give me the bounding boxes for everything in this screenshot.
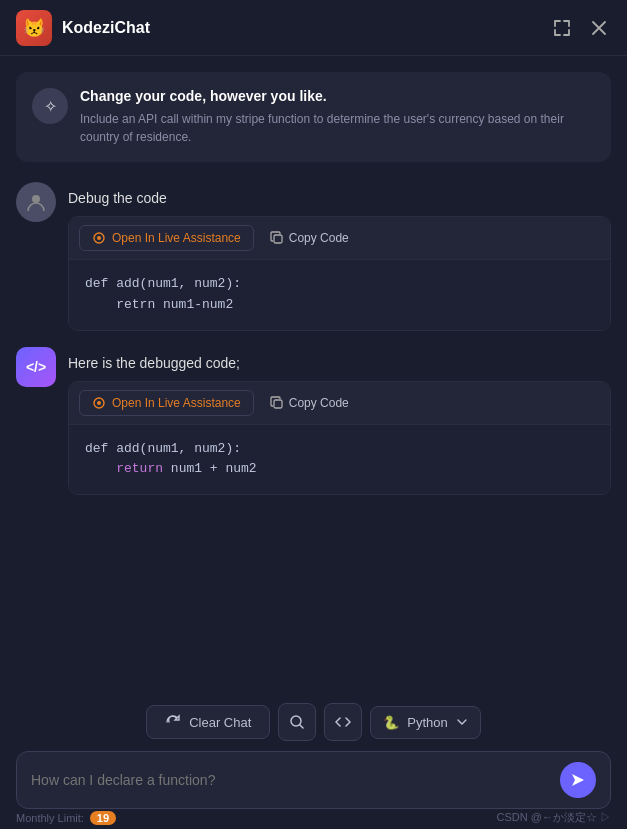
svg-point-2 xyxy=(97,236,101,240)
svg-rect-6 xyxy=(274,400,282,408)
assistant-code-block: def add(num1, num2): return num1 + num2 xyxy=(69,425,610,495)
user-code-toolbar: Open In Live Assistance Copy Code xyxy=(69,217,610,260)
code-editor-button[interactable] xyxy=(324,703,362,741)
user-message-text: Debug the code xyxy=(68,182,611,206)
header-left: 😾 KodeziChat xyxy=(16,10,150,46)
user-code-block: def add(num1, num2): retrn num1-num2 xyxy=(69,260,610,330)
assistant-code-line-1: def add(num1, num2): xyxy=(85,439,594,460)
close-button[interactable] xyxy=(587,16,611,40)
send-button[interactable] xyxy=(560,762,596,798)
send-icon xyxy=(570,772,586,788)
search-button[interactable] xyxy=(278,703,316,741)
app-title: KodeziChat xyxy=(62,19,150,37)
code-line-2: retrn num1-num2 xyxy=(85,295,594,316)
user-code-container: Open In Live Assistance Copy Code def ad… xyxy=(68,216,611,331)
user-message: Debug the code Open In Live Assistance xyxy=(16,182,611,331)
input-area xyxy=(16,751,611,809)
system-avatar: ✧ xyxy=(32,88,68,124)
user-open-live-button[interactable]: Open In Live Assistance xyxy=(79,225,254,251)
python-emoji: 🐍 xyxy=(383,715,399,730)
assistant-open-live-button[interactable]: Open In Live Assistance xyxy=(79,390,254,416)
assistant-avatar: </> xyxy=(16,347,56,387)
user-avatar xyxy=(16,182,56,222)
clear-chat-button[interactable]: Clear Chat xyxy=(146,705,270,739)
language-selector[interactable]: 🐍 Python xyxy=(370,706,480,739)
svg-point-0 xyxy=(32,195,40,203)
code-line-1: def add(num1, num2): xyxy=(85,274,594,295)
footer: Monthly Limit: 19 CSDN @←か淡定☆ ▷ xyxy=(0,806,627,829)
search-icon xyxy=(289,714,305,730)
expand-icon xyxy=(553,19,571,37)
system-content: Change your code, however you like. Incl… xyxy=(80,88,595,146)
assistant-code-container: Open In Live Assistance Copy Code def ad… xyxy=(68,381,611,496)
user-copy-code-button[interactable]: Copy Code xyxy=(258,226,361,250)
monthly-limit: Monthly Limit: 19 xyxy=(16,811,116,825)
live-icon xyxy=(92,231,106,245)
chat-input[interactable] xyxy=(31,772,560,788)
app-logo: 😾 xyxy=(16,10,52,46)
assistant-message-content: Here is the debugged code; Open In Live … xyxy=(68,347,611,496)
user-avatar-icon xyxy=(25,191,47,213)
assistant-message-text: Here is the debugged code; xyxy=(68,347,611,371)
bottom-toolbar: Clear Chat 🐍 Python xyxy=(0,695,627,749)
expand-button[interactable] xyxy=(549,15,575,41)
close-icon xyxy=(591,20,607,36)
watermark: CSDN @←か淡定☆ ▷ xyxy=(497,810,611,825)
assistant-message: </> Here is the debugged code; Open In L… xyxy=(16,347,611,496)
system-text: Include an API call within my stripe fun… xyxy=(80,110,595,146)
system-title: Change your code, however you like. xyxy=(80,88,595,104)
header: 😾 KodeziChat xyxy=(0,0,627,56)
svg-point-5 xyxy=(97,401,101,405)
header-actions xyxy=(549,15,611,41)
copy-icon xyxy=(270,231,284,245)
limit-badge: 19 xyxy=(90,811,116,825)
svg-rect-3 xyxy=(274,235,282,243)
live-icon-2 xyxy=(92,396,106,410)
user-message-content: Debug the code Open In Live Assistance xyxy=(68,182,611,331)
code-icon xyxy=(335,714,351,730)
refresh-icon xyxy=(165,714,181,730)
logo-emoji: 😾 xyxy=(23,17,45,39)
system-message: ✧ Change your code, however you like. In… xyxy=(16,72,611,162)
dropdown-chevron-icon xyxy=(456,716,468,728)
copy-icon-2 xyxy=(270,396,284,410)
assistant-copy-code-button[interactable]: Copy Code xyxy=(258,391,361,415)
assistant-code-line-2: return num1 + num2 xyxy=(85,459,594,480)
chat-area: ✧ Change your code, however you like. In… xyxy=(0,56,627,699)
assistant-code-toolbar: Open In Live Assistance Copy Code xyxy=(69,382,610,425)
